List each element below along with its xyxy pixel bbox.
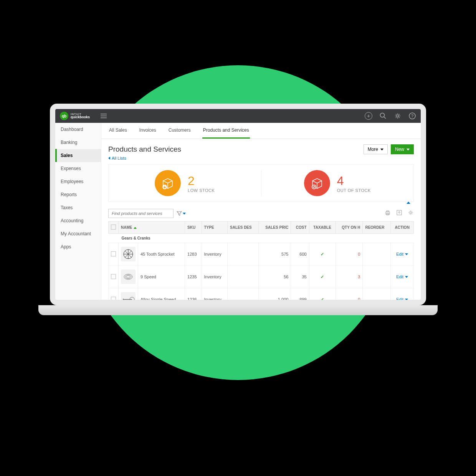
check-icon: ✓: [321, 274, 324, 279]
products-table: NAME SKU TYPE SALES DES SALES PRIC COST …: [108, 221, 414, 300]
export-icon[interactable]: [396, 210, 402, 217]
chevron-down-icon: [380, 149, 383, 150]
breadcrumb-all-lists[interactable]: All Lists: [101, 156, 421, 164]
cell-cost: 35: [291, 266, 309, 288]
sidebar-item-accounting[interactable]: Accounting: [55, 214, 101, 227]
laptop-frame: qb INTUIT quickbooks + ?: [50, 104, 426, 315]
table-row: Alloy Single Speed 1236 Inventory 1,000 …: [109, 288, 414, 300]
chevron-down-icon: [407, 149, 410, 150]
search-icon[interactable]: [379, 112, 387, 120]
low-stock-label: LOW STOCK: [188, 188, 215, 193]
col-type[interactable]: TYPE: [202, 221, 228, 234]
tab-invoices[interactable]: Invoices: [139, 123, 157, 139]
sidebar-item-apps[interactable]: Apps: [55, 240, 101, 253]
col-name[interactable]: NAME: [119, 221, 185, 234]
sidebar-item-banking[interactable]: Banking: [55, 136, 101, 149]
low-stock-icon: [155, 170, 181, 196]
row-checkbox[interactable]: [111, 297, 116, 300]
edit-button[interactable]: Edit: [396, 297, 408, 300]
brand-line2: quickbooks: [71, 116, 90, 119]
cell-type: Inventory: [202, 243, 228, 266]
table-row: 45 Tooth Sprocket 1283 Inventory 575 600…: [109, 243, 414, 266]
cell-qty: 3: [358, 274, 360, 279]
top-bar: qb INTUIT quickbooks + ?: [55, 109, 421, 123]
collapse-icon[interactable]: [407, 202, 410, 204]
help-icon[interactable]: ?: [408, 112, 416, 120]
brand-logo[interactable]: qb INTUIT quickbooks: [60, 112, 90, 120]
product-image-icon: [121, 247, 136, 261]
chevron-down-icon: [183, 213, 186, 215]
cell-sku: 1235: [185, 266, 202, 288]
cell-sales-price: 56: [258, 266, 291, 288]
chevron-down-icon: [405, 299, 408, 300]
out-of-stock-label: OUT OF STOCK: [337, 188, 371, 193]
sidebar-item-dashboard[interactable]: Dashboard: [55, 123, 101, 136]
more-button[interactable]: More: [364, 144, 388, 154]
cell-cost: 600: [291, 243, 309, 266]
stat-low-stock[interactable]: 2 LOW STOCK: [109, 170, 261, 196]
new-button[interactable]: New: [391, 144, 414, 154]
cell-name: 45 Tooth Sprocket: [138, 243, 185, 266]
svg-point-15: [126, 276, 130, 278]
edit-button[interactable]: Edit: [396, 274, 408, 279]
table-row: 9 Speed 1235 Inventory 56 35 ✓ 3 Edit: [109, 266, 414, 288]
col-qty[interactable]: QTY ON H: [336, 221, 363, 234]
stats-panel: 2 LOW STOCK 4 OUT OF STOCK: [108, 164, 414, 202]
qb-badge-icon: qb: [60, 112, 68, 120]
svg-rect-8: [387, 211, 389, 212]
col-taxable[interactable]: TAXABLE: [309, 221, 336, 234]
tabs: All Sales Invoices Customers Products an…: [101, 123, 421, 139]
edit-button[interactable]: Edit: [396, 252, 408, 256]
settings-icon[interactable]: [408, 210, 414, 217]
cell-sales-price: 1,000: [258, 288, 291, 300]
product-image-icon: [121, 269, 136, 284]
search-input[interactable]: [108, 209, 174, 218]
cell-cost: 899: [291, 288, 309, 300]
cell-qty: 0: [358, 297, 360, 300]
print-icon[interactable]: [385, 210, 391, 217]
sidebar-item-my-accountant[interactable]: My Accountant: [55, 227, 101, 240]
add-icon[interactable]: +: [365, 112, 372, 120]
sidebar-item-expenses[interactable]: Expenses: [55, 162, 101, 175]
sidebar-item-reports[interactable]: Reports: [55, 188, 101, 201]
chevron-left-icon: [108, 157, 110, 160]
more-button-label: More: [368, 147, 378, 152]
sidebar-item-employees[interactable]: Employees: [55, 175, 101, 188]
cell-type: Inventory: [202, 288, 228, 300]
row-checkbox[interactable]: [111, 274, 116, 279]
row-checkbox[interactable]: [111, 251, 116, 256]
col-sales-desc[interactable]: SALES DES: [228, 221, 259, 234]
stat-out-of-stock[interactable]: 4 OUT OF STOCK: [261, 170, 414, 196]
cell-name: Alloy Single Speed: [138, 288, 185, 300]
svg-point-1: [397, 115, 399, 117]
col-cost[interactable]: COST: [291, 221, 309, 234]
cell-sku: 1283: [185, 243, 202, 266]
col-action[interactable]: ACTION: [391, 221, 414, 234]
check-icon: ✓: [321, 297, 324, 300]
sort-asc-icon: [134, 227, 137, 229]
laptop-base: [38, 305, 438, 315]
product-image-icon: [121, 292, 136, 300]
sidebar-item-taxes[interactable]: Taxes: [55, 201, 101, 214]
chevron-down-icon: [405, 276, 408, 278]
cell-qty: 0: [358, 252, 360, 256]
col-sales-price[interactable]: SALES PRIC: [258, 221, 291, 234]
svg-text:?: ?: [411, 114, 413, 118]
sidebar-item-sales[interactable]: Sales: [55, 149, 101, 162]
tab-all-sales[interactable]: All Sales: [108, 123, 128, 139]
svg-point-11: [410, 212, 412, 214]
col-sku[interactable]: SKU: [185, 221, 202, 234]
out-of-stock-icon: [304, 170, 330, 196]
tab-customers[interactable]: Customers: [168, 123, 192, 139]
cell-type: Inventory: [202, 266, 228, 288]
hamburger-icon[interactable]: [101, 114, 107, 118]
select-all-checkbox[interactable]: [111, 225, 116, 230]
category-row[interactable]: Gears & Cranks: [109, 234, 414, 243]
gear-icon[interactable]: [394, 112, 402, 120]
sidebar: Dashboard Banking Sales Expenses Employe…: [55, 123, 101, 300]
check-icon: ✓: [321, 252, 324, 256]
filter-icon[interactable]: [177, 211, 186, 216]
svg-point-0: [380, 113, 385, 117]
tab-products-services[interactable]: Products and Services: [202, 123, 250, 139]
col-reorder[interactable]: REORDER: [363, 221, 391, 234]
